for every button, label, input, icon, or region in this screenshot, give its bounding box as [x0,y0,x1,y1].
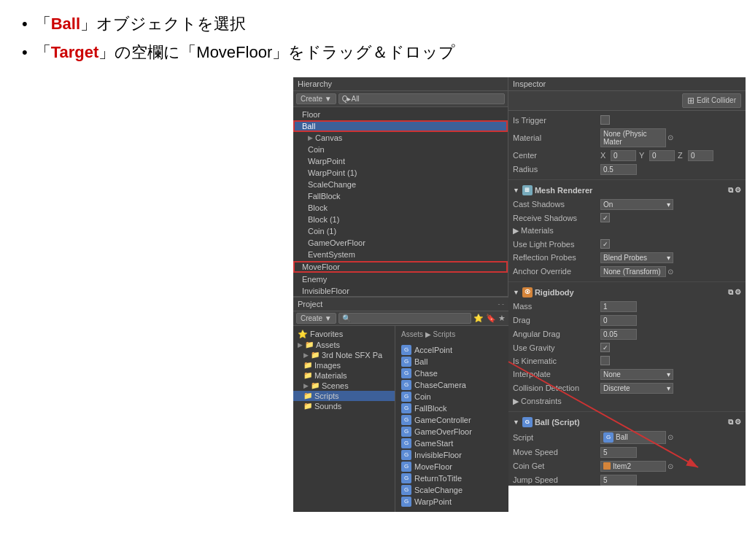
move-speed-row: Move Speed [513,446,741,459]
hierarchy-item-warppoint1[interactable]: WarpPoint (1) [293,167,508,179]
inspector-toolbar: ⊞ Edit Collider [508,91,746,111]
asset-item-warppoint[interactable]: GWarpPoint [398,496,506,508]
collider-icon: ⊞ [687,96,694,106]
radius-input[interactable] [600,164,637,175]
coin-get-circle-btn[interactable]: ⊙ [667,462,673,470]
material-circle-btn[interactable]: ⊙ [667,133,673,141]
hierarchy-item-ball[interactable]: Ball [293,120,508,132]
asset-item-accelpoint[interactable]: GAccelPoint [398,344,506,356]
is-kinematic-checkbox[interactable] [600,356,610,365]
center-xyz: X Y Z [600,150,713,161]
script-icon: G [401,345,411,355]
asset-item-invisiblefloor[interactable]: GInvisibleFloor [398,449,506,461]
drag-row: Drag [513,314,741,327]
tree-assets[interactable]: ▶ 📁 Assets [293,340,395,350]
script-icon: G [401,380,411,390]
hierarchy-item-block1[interactable]: Block (1) [293,214,508,225]
tree-images[interactable]: 📁 Images [293,360,395,370]
hierarchy-item-floor[interactable]: Floor [293,109,508,120]
hierarchy-item-gameoverfloor[interactable]: GameOverFloor [293,237,508,249]
script-icon: G [401,392,411,402]
asset-item-returntotitle[interactable]: GReturnToTitle [398,472,506,484]
tree-materials[interactable]: 📁 Materials [293,370,395,381]
collision-detection-dropdown[interactable]: Discrete ▾ [600,383,673,394]
jump-speed-row: Jump Speed [513,473,741,486]
project-scripts-list: Assets ▶ Scripts GAccelPointGBallGChaseG… [395,326,508,512]
tree-scripts[interactable]: 📁 Scripts [293,391,395,401]
reflection-probes-dropdown[interactable]: Blend Probes ▾ [600,252,673,263]
ball-script-settings-btn[interactable]: ⚙ [735,418,741,427]
rigidbody-icon: ⦿ [522,287,533,298]
cast-shadows-dropdown[interactable]: On ▾ [600,199,673,210]
asset-list: GAccelPointGBallGChaseGChaseCameraGCoinG… [398,343,506,509]
script-icon: G [401,415,411,425]
inspector-panel: Inspector ⊞ Edit Collider Is Trigger Mat… [508,77,746,486]
ball-script-icon: G [522,417,533,427]
mesh-renderer-header[interactable]: ▼ ⊞ Mesh Renderer ⧉ ⚙ [513,183,741,198]
drag-input[interactable] [600,315,637,326]
script-value: G Ball [600,431,666,444]
hierarchy-item-block[interactable]: Block [293,202,508,214]
asset-item-gamecontroller[interactable]: GGameController [398,414,506,426]
asset-item-gamestart[interactable]: GGameStart [398,438,506,449]
hierarchy-item-coin1[interactable]: Coin (1) [293,225,508,237]
asset-item-scalechange[interactable]: GScaleChange [398,484,506,496]
use-gravity-checkbox[interactable] [600,343,610,352]
hierarchy-header: Hierarchy [293,77,508,91]
asset-item-chase[interactable]: GChase [398,368,506,379]
asset-item-gameoverfloor[interactable]: GGameOverFloor [398,426,506,438]
asset-item-fallblock[interactable]: GFallBlock [398,402,506,414]
tree-3rdnote[interactable]: ▶ 📁 3rd Note SFX Pa [293,350,395,360]
interpolate-dropdown[interactable]: None ▾ [600,369,673,380]
use-light-probes-row: Use Light Probes [513,238,741,251]
hierarchy-create-button[interactable]: Create ▼ [296,93,336,104]
hierarchy-item-eventsystem[interactable]: EventSystem [293,249,508,260]
hierarchy-item-movefloor[interactable]: MoveFloor [293,261,508,273]
hierarchy-item-scalechange[interactable]: ScaleChange [293,179,508,190]
tree-sounds[interactable]: 📁 Sounds [293,401,395,411]
script-icon: G [401,427,411,437]
coin-get-value: Item2 [600,461,666,472]
ball-script-copy-btn[interactable]: ⧉ [728,418,733,427]
inspector-header: Inspector [508,77,746,91]
script-circle-btn[interactable]: ⊙ [667,433,673,441]
asset-item-movefloor[interactable]: GMoveFloor [398,461,506,472]
jump-speed-input[interactable] [600,475,637,486]
interpolate-row: Interpolate None ▾ [513,368,741,381]
is-trigger-checkbox[interactable] [600,115,610,125]
hierarchy-item-enemy[interactable]: Enemy [293,273,508,285]
anchor-override-row: Anchor Override None (Transform) ⊙ [513,265,741,279]
mesh-renderer-settings-btn[interactable]: ⚙ [735,186,741,195]
project-create-button[interactable]: Create ▼ [296,313,336,324]
center-y-input[interactable] [649,150,675,161]
hierarchy-item-fallblock[interactable]: FallBlock [293,190,508,202]
rigidbody-copy-btn[interactable]: ⧉ [728,288,733,297]
center-x-input[interactable] [611,150,636,161]
hierarchy-item-invisiblefloor[interactable]: InvisibleFloor [293,285,508,296]
hierarchy-item-coin[interactable]: Coin [293,144,508,155]
asset-item-coin[interactable]: GCoin [398,391,506,402]
tree-scenes[interactable]: ▶ 📁 Scenes [293,381,395,391]
script-icon: G [401,357,411,367]
anchor-circle-btn[interactable]: ⊙ [667,268,673,276]
unity-editor: Hierarchy Create ▼ Floor Ball [293,77,746,486]
center-row: Center X Y Z [513,149,741,163]
hierarchy-item-warppoint[interactable]: WarpPoint [293,155,508,167]
asset-item-chasecamera[interactable]: GChaseCamera [398,379,506,391]
rigidbody-settings-btn[interactable]: ⚙ [735,288,741,297]
angular-drag-input[interactable] [600,329,637,340]
edit-collider-button[interactable]: ⊞ Edit Collider [682,93,741,108]
hierarchy-item-canvas[interactable]: ▶ Canvas [293,132,508,144]
rigidbody-header[interactable]: ▼ ⦿ Rigidbody ⧉ ⚙ [513,285,741,300]
center-z-input[interactable] [688,150,713,161]
asset-item-ball[interactable]: GBall [398,356,506,368]
ball-script-header[interactable]: ▼ G Ball (Script) ⧉ ⚙ [513,415,741,429]
tree-favorites[interactable]: ⭐ Favorites [293,329,395,340]
move-speed-input[interactable] [600,447,637,458]
hierarchy-search-input[interactable] [338,93,505,104]
mesh-renderer-copy-btn[interactable]: ⧉ [728,186,733,195]
project-search-input[interactable] [338,313,471,324]
mass-input[interactable] [600,301,637,312]
receive-shadows-checkbox[interactable] [600,213,610,222]
use-light-probes-checkbox[interactable] [600,239,610,249]
